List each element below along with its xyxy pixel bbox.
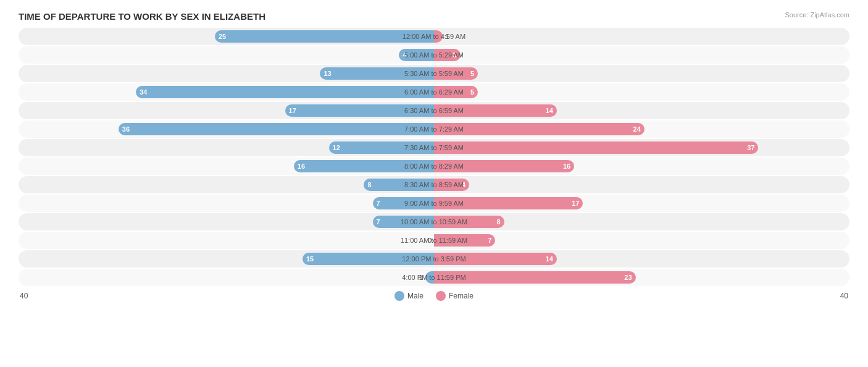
chart-row: 4:00 PM to 11:59 PM123	[19, 269, 849, 286]
male-bar: 17	[285, 104, 434, 117]
female-bar: 16	[434, 160, 574, 172]
chart-row: 5:30 AM to 5:59 AM135	[19, 65, 849, 82]
male-bar-value: 17	[289, 107, 296, 114]
male-bar: 1	[425, 271, 434, 284]
female-bar-value: 5	[470, 70, 474, 77]
male-bar: 36	[119, 123, 434, 135]
chart-row: 12:00 PM to 3:59 PM1514	[19, 250, 849, 268]
female-bar-value: 16	[563, 162, 570, 170]
male-bar-value: 36	[122, 125, 130, 133]
female-bar-value: 23	[624, 274, 632, 281]
male-bar: 13	[320, 67, 434, 80]
male-bar-value: 7	[377, 200, 380, 207]
chart-row: 8:30 AM to 8:59 AM84	[19, 176, 849, 193]
chart-row: 6:30 AM to 6:59 AM1714	[19, 102, 849, 119]
chart-area: 12:00 AM to 4:59 AM2515:00 AM to 5:29 AM…	[19, 28, 849, 286]
male-bar-value: 4	[403, 51, 406, 59]
female-bar: 5	[434, 67, 478, 80]
male-bar: 8	[364, 179, 434, 191]
female-bar: 8	[434, 216, 504, 228]
legend-male: Male	[394, 291, 424, 301]
chart-title: TIME OF DEPARTURE TO WORK BY SEX IN ELIZ…	[19, 11, 849, 22]
male-bar: 7	[373, 197, 434, 209]
chart-row: 5:00 AM to 5:29 AM43	[19, 46, 849, 64]
male-bar: 25	[215, 30, 434, 43]
female-bar: 1	[434, 30, 443, 43]
female-bar-value: 7	[488, 237, 491, 244]
chart-row: 11:00 AM to 11:59 AM07	[19, 232, 849, 249]
female-bar-value: 3	[453, 51, 456, 59]
legend-female: Female	[436, 291, 474, 301]
female-bar-value-outside: 1	[445, 33, 449, 40]
chart-row: 8:00 AM to 8:29 AM1616	[19, 158, 849, 175]
female-bar: 7	[434, 234, 495, 247]
legend: Male Female	[394, 291, 474, 301]
legend-male-label: Male	[407, 292, 424, 300]
female-bar-value: 24	[633, 125, 641, 133]
female-bar-value: 4	[462, 181, 465, 188]
male-bar-value: 12	[333, 144, 340, 151]
footer-left: 40	[20, 292, 28, 300]
chart-container: TIME OF DEPARTURE TO WORK BY SEX IN ELIZ…	[0, 0, 868, 367]
female-bar: 14	[434, 104, 557, 117]
male-bar: 15	[303, 253, 434, 265]
chart-row: 9:00 AM to 9:59 AM717	[19, 195, 849, 212]
female-bar-value: 14	[546, 107, 553, 114]
chart-row: 10:00 AM to 10:59 AM78	[19, 213, 849, 230]
male-bar-value: 15	[306, 255, 314, 263]
female-bar: 17	[434, 197, 583, 209]
male-bar: 34	[136, 86, 434, 98]
female-bar: 23	[434, 271, 636, 284]
male-bar: 7	[373, 216, 434, 228]
legend-male-box	[394, 291, 404, 301]
female-bar: 14	[434, 253, 557, 265]
male-bar: 4	[399, 49, 434, 61]
female-bar-value: 17	[572, 200, 579, 207]
chart-row: 6:00 AM to 6:29 AM345	[19, 83, 849, 101]
male-bar-value: 34	[140, 88, 147, 96]
legend-female-box	[436, 291, 446, 301]
legend-female-label: Female	[449, 292, 474, 300]
female-bar: 37	[434, 141, 758, 154]
chart-row: 7:30 AM to 7:59 AM1237	[19, 139, 849, 156]
female-bar-value: 14	[546, 255, 553, 263]
female-bar: 24	[434, 123, 645, 135]
chart-footer: 40 Male Female 40	[19, 291, 849, 301]
male-bar-value: 7	[377, 218, 380, 226]
footer-right: 40	[840, 292, 848, 300]
male-bar-value: 13	[323, 70, 331, 77]
chart-row: 12:00 AM to 4:59 AM251	[19, 28, 849, 45]
male-bar-value: 16	[298, 162, 305, 170]
female-bar: 5	[434, 86, 478, 98]
male-bar: 12	[329, 141, 434, 154]
female-bar: 4	[434, 179, 469, 191]
chart-row: 7:00 AM to 7:29 AM3624	[19, 120, 849, 138]
female-bar-value: 8	[496, 218, 500, 226]
male-bar-value-outside: 1	[419, 274, 423, 281]
female-bar-value: 5	[470, 88, 474, 96]
female-bar-value: 37	[747, 144, 754, 151]
female-bar: 3	[434, 49, 461, 61]
male-zero-value: 0	[428, 237, 432, 244]
source-label: Source: ZipAtlas.com	[785, 11, 849, 19]
male-bar-value: 8	[367, 181, 371, 188]
male-bar-value: 25	[219, 33, 226, 40]
male-bar: 16	[294, 160, 434, 172]
